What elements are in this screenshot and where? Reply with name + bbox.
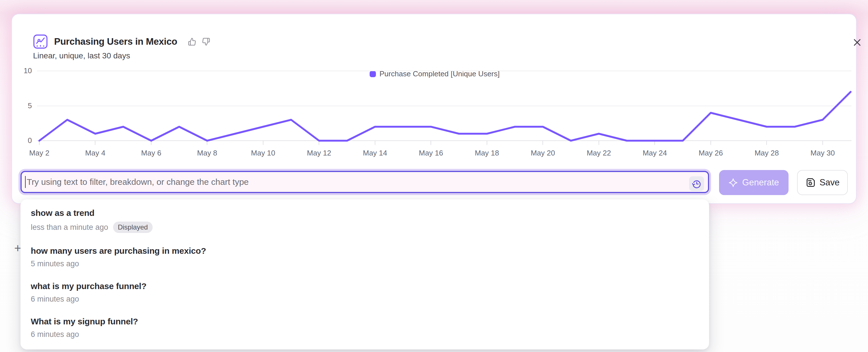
text-caret [25, 176, 26, 188]
x-tick-label: May 14 [352, 149, 398, 158]
history-clock-icon[interactable] [689, 176, 704, 191]
close-icon[interactable] [851, 36, 863, 49]
x-tick-mark [95, 141, 95, 145]
thumbs-up-icon[interactable] [188, 38, 196, 46]
gridline [37, 140, 851, 141]
x-tick-label: May 12 [296, 149, 342, 158]
history-meta: 5 minutes ago [31, 259, 699, 268]
history-meta: 6 minutes ago [31, 295, 699, 303]
x-tick-mark [207, 141, 207, 145]
history-meta: less than a minute ago Displayed [31, 222, 699, 233]
x-tick-label: May 16 [408, 149, 454, 158]
gridline [37, 106, 851, 106]
x-tick-mark [766, 141, 767, 145]
history-query: What is my signup funnel? [31, 317, 699, 326]
input-placeholder: Try using text to filter, breakdown, or … [27, 177, 249, 187]
x-tick-label: May 30 [800, 149, 845, 158]
page: Purchasing Users in Mexico Linear, uniqu… [0, 0, 868, 352]
x-tick-label: May 28 [744, 149, 789, 158]
x-tick-mark [39, 141, 39, 145]
x-tick-mark [431, 141, 431, 145]
x-tick-mark [542, 141, 543, 145]
history-timestamp: 6 minutes ago [31, 330, 79, 339]
gridline [37, 71, 851, 71]
x-tick-mark [263, 141, 264, 145]
y-tick-label: 5 [12, 101, 32, 110]
legend-swatch [370, 71, 376, 77]
x-tick-mark [654, 141, 655, 145]
thumbs-down-icon[interactable] [202, 38, 210, 46]
x-tick-label: May 18 [464, 149, 510, 158]
add-button-partial[interactable]: + [14, 242, 21, 255]
save-disk-icon [805, 178, 815, 188]
history-item[interactable]: how many users are purchasing in mexico?… [21, 239, 709, 275]
history-item[interactable]: show as a trend less than a minute ago D… [21, 202, 709, 239]
x-tick-mark [375, 141, 375, 145]
chart-subtitle: Linear, unique, last 30 days [33, 51, 130, 60]
save-button[interactable]: Save [797, 170, 848, 195]
history-query: how many users are purchasing in mexico? [31, 246, 699, 256]
sparkle-icon [728, 178, 738, 187]
x-tick-label: May 26 [688, 149, 734, 158]
feedback-buttons [188, 38, 210, 46]
history-query: show as a trend [31, 208, 699, 218]
generate-button[interactable]: Generate [719, 170, 788, 195]
history-meta: 6 minutes ago [31, 330, 699, 339]
ai-prompt-input[interactable]: Try using text to filter, breakdown, or … [21, 171, 709, 193]
history-item[interactable]: What is my signup funnel? 6 minutes ago [21, 310, 709, 346]
x-tick-mark [823, 141, 823, 145]
x-tick-mark [319, 141, 319, 145]
x-tick-mark [151, 141, 152, 145]
x-tick-label: May 6 [128, 149, 174, 158]
x-tick-label: May 8 [184, 149, 230, 158]
generate-label: Generate [742, 178, 779, 188]
x-tick-label: May 20 [520, 149, 565, 158]
x-tick-mark [598, 141, 599, 145]
x-tick-mark [711, 141, 711, 145]
card-header: Purchasing Users in Mexico [33, 34, 210, 49]
status-badge: Displayed [113, 222, 153, 233]
x-tick-label: May 2 [17, 149, 62, 158]
y-tick-label: 10 [12, 66, 32, 75]
history-dropdown: show as a trend less than a minute ago D… [21, 199, 709, 349]
y-tick-label: 0 [12, 136, 32, 145]
page-title: Purchasing Users in Mexico [54, 36, 177, 47]
history-query: what is my purchase funnel? [31, 281, 699, 291]
history-timestamp: less than a minute ago [31, 223, 108, 232]
x-tick-mark [487, 141, 487, 145]
save-label: Save [819, 178, 840, 188]
history-timestamp: 6 minutes ago [31, 295, 79, 303]
x-tick-label: May 4 [72, 149, 118, 158]
x-tick-label: May 24 [632, 149, 678, 158]
history-item[interactable]: what is my purchase funnel? 6 minutes ag… [21, 275, 709, 310]
history-timestamp: 5 minutes ago [31, 259, 79, 268]
x-tick-label: May 10 [240, 149, 286, 158]
line-chart-icon [33, 34, 48, 49]
x-tick-label: May 22 [576, 149, 622, 158]
